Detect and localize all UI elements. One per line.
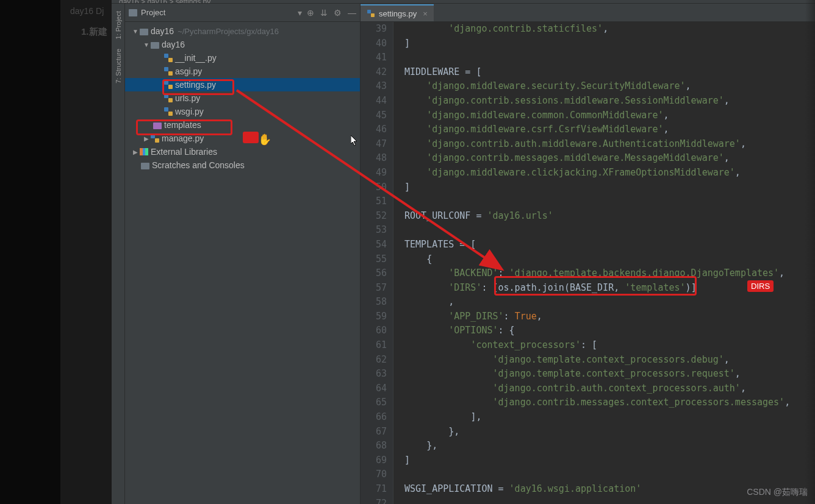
expand-arrow-icon[interactable]: ▶ xyxy=(142,135,151,142)
tab-label: settings.py xyxy=(379,9,417,18)
tree-templates-label: templates xyxy=(164,120,201,130)
code-editor[interactable]: 3940414243444546474849505152535455565758… xyxy=(361,22,815,504)
tree-templates[interactable]: templates xyxy=(125,118,360,132)
tree-file-urls[interactable]: urls.py xyxy=(125,91,360,105)
templates-folder-icon xyxy=(153,122,162,129)
tree-pkg[interactable]: ▼ day16 xyxy=(125,38,360,51)
background-doc-title: day16 Dj xyxy=(70,6,104,16)
python-file-icon xyxy=(164,107,173,116)
tree-root-hint: ~/PycharmProjects/gx/day16 xyxy=(178,27,279,36)
folder-open-icon xyxy=(151,42,159,49)
tree-external-label: External Libraries xyxy=(151,147,217,157)
tree-scratches-label: Scratches and Consoles xyxy=(152,160,245,170)
expand-arrow-icon[interactable]: ▼ xyxy=(142,41,151,48)
tab-bar: settings.py × xyxy=(361,4,815,22)
gear-icon[interactable]: ⚙ xyxy=(334,8,342,18)
library-icon xyxy=(140,148,148,155)
editor-area: settings.py × 39404142434445464748495051… xyxy=(361,4,815,504)
tree-root[interactable]: ▼ day16 ~/PycharmProjects/gx/day16 xyxy=(125,24,360,38)
project-pane: Project ▾ ⊕ ⇊ ⚙ — ▼ day16 ~/PycharmProje… xyxy=(125,4,361,504)
tree-file-label: settings.py xyxy=(175,80,216,90)
python-file-icon xyxy=(164,94,173,102)
project-header[interactable]: Project ▾ ⊕ ⇊ ⚙ — xyxy=(125,4,360,22)
python-file-icon xyxy=(164,80,173,89)
tree-file-label: asgi.py xyxy=(175,66,202,76)
tree-pkg-label: day16 xyxy=(162,40,185,49)
code-content[interactable]: 'django.contrib.staticfiles',]MIDDLEWARE… xyxy=(402,22,815,504)
tree-root-label: day16 xyxy=(151,26,174,36)
collapse-all-icon[interactable]: ⇊ xyxy=(320,8,328,18)
python-file-icon xyxy=(367,10,375,17)
left-background-strip xyxy=(0,0,60,504)
tree-file-settings[interactable]: settings.py xyxy=(125,78,360,91)
python-file-icon xyxy=(164,54,173,62)
project-folder-icon xyxy=(129,9,137,16)
tree-file-wsgi[interactable]: wsgi.py xyxy=(125,105,360,118)
expand-arrow-icon[interactable]: ▶ xyxy=(131,149,140,155)
left-tool-strip: 1: Project 7: Structure xyxy=(112,4,125,504)
target-icon[interactable]: ⊕ xyxy=(307,8,314,18)
python-file-icon xyxy=(164,67,173,76)
close-icon[interactable]: × xyxy=(423,9,428,18)
tree-file-label: wsgi.py xyxy=(175,107,204,116)
tree-manage-label: manage.py xyxy=(162,133,204,143)
tree-file-init[interactable]: __init__.py xyxy=(125,51,360,65)
tree-file-asgi[interactable]: asgi.py xyxy=(125,65,360,78)
tree-manage[interactable]: ▶ manage.py xyxy=(125,132,360,145)
expand-arrow-icon[interactable]: ▼ xyxy=(131,28,140,35)
watermark: CSDN @茹嗨瑞 xyxy=(747,487,808,498)
project-title: Project xyxy=(141,8,298,17)
background-doc-heading: 1.新建 xyxy=(81,26,107,38)
project-tree[interactable]: ▼ day16 ~/PycharmProjects/gx/day16 ▼ day… xyxy=(125,22,360,174)
hide-icon[interactable]: — xyxy=(348,8,356,18)
python-file-icon xyxy=(151,134,159,143)
ide-window: day16 > day16 > settings.py 1: Project 7… xyxy=(112,0,815,504)
scratches-icon xyxy=(141,163,149,169)
chevron-down-icon[interactable]: ▾ xyxy=(298,8,302,18)
tab-settings[interactable]: settings.py × xyxy=(361,4,434,21)
fold-gutter[interactable] xyxy=(393,22,402,504)
tree-file-label: __init__.py xyxy=(175,53,217,63)
tree-scratches[interactable]: Scratches and Consoles xyxy=(125,158,360,172)
line-gutter: 3940414243444546474849505152535455565758… xyxy=(361,22,393,504)
tool-project[interactable]: 1: Project xyxy=(115,11,122,39)
tool-structure[interactable]: 7: Structure xyxy=(115,49,122,83)
tree-file-label: urls.py xyxy=(175,93,200,103)
folder-open-icon xyxy=(140,29,148,35)
tree-external[interactable]: ▶ External Libraries xyxy=(125,145,360,158)
